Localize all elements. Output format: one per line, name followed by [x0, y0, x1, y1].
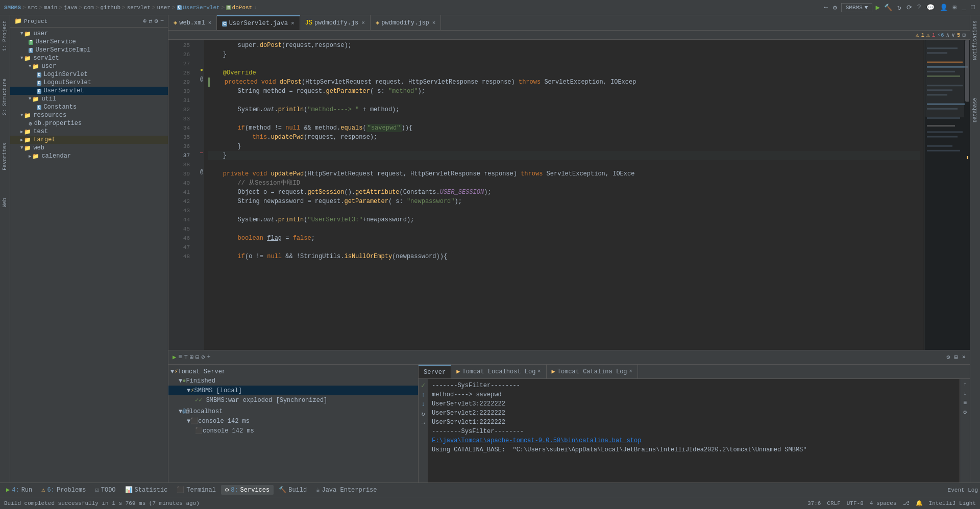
tree-item-logoutservlet[interactable]: C LogoutServlet — [10, 79, 168, 87]
btab-run[interactable]: ▶ 4: Run — [2, 485, 36, 495]
tree-item-constants[interactable]: C Constants — [10, 103, 168, 111]
run-button[interactable]: ▶ — [875, 3, 879, 12]
expand-icon[interactable]: ⊞ — [962, 32, 966, 38]
breadcrumb-userservlet[interactable]: UserServlet — [183, 5, 220, 11]
tab-close-userservlet-java[interactable]: × — [291, 20, 295, 27]
btab-problems[interactable]: ⚠ 6: Problems — [37, 485, 90, 495]
right-tab-database[interactable]: Database — [971, 95, 979, 125]
tomcat-catalina-close[interactable]: × — [629, 369, 632, 374]
status-theme[interactable]: IntelliJ Light — [929, 500, 976, 506]
maximize-panel-icon[interactable]: ⊞ — [954, 353, 958, 361]
output-tab-server[interactable]: Server — [419, 365, 451, 378]
settings-icon[interactable]: ⚙ — [155, 17, 158, 25]
smbms-config-badge[interactable]: SMBMS ▼ — [841, 3, 873, 12]
left-tab-web[interactable]: Web — [1, 195, 9, 210]
tree-item-target-folder[interactable]: ▶ 📁 target — [10, 136, 168, 144]
left-tab-structure[interactable]: 2: Structure — [1, 75, 9, 118]
output-arrow-up-icon[interactable]: ↓ — [421, 401, 425, 408]
status-indent[interactable]: 4 spaces — [870, 500, 897, 506]
help-icon[interactable]: ? — [916, 3, 922, 12]
minimize-icon[interactable]: _ — [961, 3, 967, 12]
tree-item-db-properties[interactable]: ⚙ db.properties — [10, 119, 168, 128]
output-scroll-end[interactable]: ≡ — [963, 399, 967, 406]
chat-icon[interactable]: 💬 — [925, 3, 936, 13]
tree-item-user-folder[interactable]: ▼ 📁 user — [10, 30, 168, 38]
btab-build[interactable]: 🔨 Build — [275, 485, 311, 495]
btab-todo[interactable]: ☑ TODO — [91, 485, 120, 495]
tab-web-xml[interactable]: ◈ web.xml × — [168, 15, 217, 30]
tree-item-calendar-folder[interactable]: ▶ 📁 calendar — [10, 152, 168, 160]
services-console-1[interactable]: ▼ ⬛ console 142 ms — [168, 416, 418, 426]
services-filter-icon[interactable]: ⊘ — [201, 353, 205, 361]
btab-statistic[interactable]: 📊 Statistic — [121, 485, 172, 495]
close-icon[interactable]: − — [160, 17, 164, 25]
user-icon[interactable]: 👤 — [939, 3, 949, 13]
output-tab-tomcat-catalina[interactable]: ▶ Tomcat Catalina Log × — [547, 365, 638, 378]
status-notification-icon[interactable]: 🔔 — [916, 500, 923, 506]
tree-item-loginservlet[interactable]: C LoginServlet — [10, 70, 168, 79]
btab-services[interactable]: ⚙ 8: Services — [221, 485, 274, 495]
services-war-exploded[interactable]: ✓ ✓ SMBMS:war exploded [Synchronized] — [168, 395, 418, 405]
maximize-icon[interactable]: □ — [970, 3, 976, 12]
services-align-top-icon[interactable]: ⊤ — [184, 353, 187, 361]
tab-userservlet-java[interactable]: C UserServlet.java × — [217, 15, 300, 30]
btab-java-enterprise[interactable]: ☕ Java Enterprise — [312, 485, 381, 495]
services-finished[interactable]: ▼ ● Finished — [168, 376, 418, 386]
output-line-catalina-link[interactable]: F:\java\Tomcat\apache-tomcat-9.0.50\bin\… — [432, 436, 955, 445]
output-settings[interactable]: ⚙ — [963, 409, 967, 416]
breadcrumb-smbms[interactable]: SMBMS — [4, 5, 21, 11]
tab-pwdmodify-jsp[interactable]: ◈ pwdmodify.jsp × — [371, 15, 441, 30]
status-position[interactable]: 37:6 — [807, 500, 821, 506]
services-localhost[interactable]: ▼ @ @localhost — [168, 407, 418, 416]
services-console-2[interactable]: ⬛ console 142 ms — [168, 426, 418, 436]
left-tab-favorites[interactable]: Favorites — [1, 140, 9, 173]
refresh-icon[interactable]: ⟳ — [905, 3, 913, 13]
btab-terminal[interactable]: ⬛ Terminal — [173, 485, 220, 495]
catalina-bat-link[interactable]: F:\java\Tomcat\apache-tomcat-9.0.50\bin\… — [432, 436, 641, 445]
services-group-icon[interactable]: ⊞ — [190, 353, 193, 361]
tree-item-util-folder[interactable]: ▼ 📁 util — [10, 95, 168, 103]
services-run-icon[interactable]: ▶ — [173, 353, 176, 361]
tree-item-test-folder[interactable]: ▶ 📁 test — [10, 128, 168, 136]
nav-up-icon[interactable]: ∧ — [946, 32, 950, 38]
services-ungroup-icon[interactable]: ⊟ — [195, 353, 199, 361]
output-forward-icon[interactable]: → — [421, 420, 425, 427]
tree-item-servlet-user-folder[interactable]: ▼ 📁 user — [10, 62, 168, 70]
output-scroll-down[interactable]: ↓ — [963, 390, 967, 397]
services-add-icon[interactable]: + — [207, 353, 210, 361]
tomcat-localhost-close[interactable]: × — [537, 369, 541, 374]
tree-item-web-folder[interactable]: ▼ 📁 web — [10, 144, 168, 152]
event-log-link[interactable]: Event Log — [948, 487, 978, 493]
settings-icon-panel[interactable]: ⚙ — [946, 353, 950, 361]
build-icon[interactable]: 🔨 — [883, 3, 893, 13]
tree-item-userserviceimpl[interactable]: C UserServiceImpl — [10, 46, 168, 54]
output-area[interactable]: -------SysFilter-------- method----> sav… — [428, 379, 960, 482]
tree-item-userservice[interactable]: I UserService — [10, 38, 168, 46]
services-smbms-local[interactable]: ▼ ⚡ SMBMS [local] — [168, 386, 418, 395]
settings-icon[interactable]: ⚙ — [832, 3, 838, 13]
output-scroll-up[interactable]: ↑ — [963, 381, 967, 388]
sync-icon[interactable]: ⇄ — [149, 17, 152, 25]
update-icon[interactable]: ↻ — [896, 3, 902, 13]
services-collapse-icon[interactable]: ≡ — [178, 353, 182, 361]
tab-close-pwdmodify-js[interactable]: × — [361, 20, 365, 26]
breadcrumb-dopost[interactable]: doPost — [232, 5, 253, 11]
left-tab-project[interactable]: 1: Project — [1, 17, 9, 54]
services-tomcat-server[interactable]: ▼ ⚡ Tomcat Server — [168, 367, 418, 376]
tree-item-servlet-folder[interactable]: ▼ 📁 servlet — [10, 54, 168, 62]
close-panel-icon[interactable]: × — [962, 354, 966, 361]
right-tab-notifications[interactable]: Notifications — [971, 17, 979, 63]
status-encoding[interactable]: UTF-8 — [847, 500, 864, 506]
add-module-icon[interactable]: ⊕ — [143, 17, 146, 25]
window-icon[interactable]: ⊞ — [952, 3, 958, 13]
tab-pwdmodify-js[interactable]: JS pwdmodify.js × — [300, 15, 371, 30]
output-refresh-icon[interactable]: ↻ — [421, 410, 425, 418]
navigate-back-icon[interactable]: ← — [823, 3, 829, 12]
tree-item-resources-folder[interactable]: ▼ 📁 resources — [10, 111, 168, 119]
tree-item-userservlet[interactable]: C UserServlet — [10, 87, 168, 95]
tab-close-web-xml[interactable]: × — [208, 20, 212, 26]
status-line-ending[interactable]: CRLF — [827, 500, 840, 506]
tab-close-pwdmodify-jsp[interactable]: × — [432, 20, 436, 26]
code-area[interactable]: super.doPost(request,response); } @Overr… — [204, 40, 924, 350]
output-tab-tomcat-localhost[interactable]: ▶ Tomcat Localhost Log × — [451, 365, 546, 378]
